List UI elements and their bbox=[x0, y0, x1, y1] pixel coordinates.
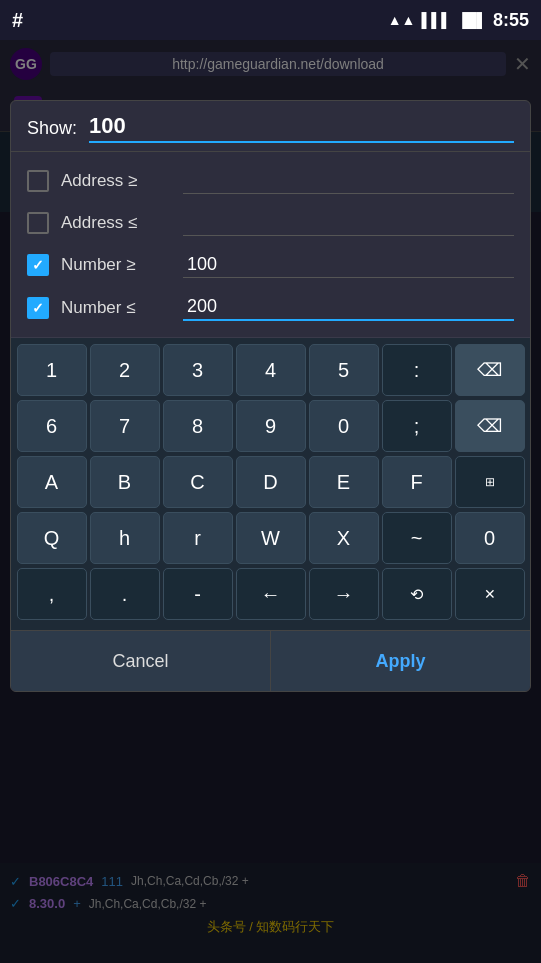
key-9[interactable]: 9 bbox=[236, 400, 306, 452]
key-left-arrow[interactable]: ← bbox=[236, 568, 306, 620]
number-lte-input[interactable] bbox=[183, 294, 514, 321]
key-tilde[interactable]: ~ bbox=[382, 512, 452, 564]
key-grid[interactable]: ⊞ bbox=[455, 456, 525, 508]
number-lte-row: Number ≤ bbox=[27, 286, 514, 329]
key-2[interactable]: 2 bbox=[90, 344, 160, 396]
number-gte-input[interactable] bbox=[183, 252, 514, 278]
key-minus[interactable]: - bbox=[163, 568, 233, 620]
key-zero-2[interactable]: 0 bbox=[455, 512, 525, 564]
key-r[interactable]: r bbox=[163, 512, 233, 564]
address-gte-label: Address ≥ bbox=[61, 171, 171, 191]
signal-icon: ▌▌▌ bbox=[421, 12, 451, 28]
key-backspace-1[interactable]: ⌫ bbox=[455, 344, 525, 396]
key-period[interactable]: . bbox=[90, 568, 160, 620]
address-gte-row: Address ≥ bbox=[27, 160, 514, 202]
address-lte-checkbox[interactable] bbox=[27, 212, 49, 234]
key-B[interactable]: B bbox=[90, 456, 160, 508]
key-3[interactable]: 3 bbox=[163, 344, 233, 396]
key-row-2: 6 7 8 9 0 ; ⌫ bbox=[15, 400, 526, 452]
address-lte-label: Address ≤ bbox=[61, 213, 171, 233]
key-comma[interactable]: , bbox=[17, 568, 87, 620]
key-8[interactable]: 8 bbox=[163, 400, 233, 452]
key-C[interactable]: C bbox=[163, 456, 233, 508]
address-lte-input[interactable] bbox=[183, 210, 514, 236]
key-right-arrow[interactable]: → bbox=[309, 568, 379, 620]
status-left: # bbox=[12, 9, 23, 32]
key-colon[interactable]: : bbox=[382, 344, 452, 396]
number-lte-checkbox[interactable] bbox=[27, 297, 49, 319]
key-backspace-2[interactable]: ⌫ bbox=[455, 400, 525, 452]
key-W[interactable]: W bbox=[236, 512, 306, 564]
key-6[interactable]: 6 bbox=[17, 400, 87, 452]
key-1[interactable]: 1 bbox=[17, 344, 87, 396]
filter-dialog: Show: 100 Address ≥ Address ≤ Number ≥ N… bbox=[10, 100, 531, 692]
key-0[interactable]: 0 bbox=[309, 400, 379, 452]
key-close-x[interactable]: ✕ bbox=[455, 568, 525, 620]
show-label: Show: bbox=[27, 118, 77, 139]
show-row: Show: 100 bbox=[11, 101, 530, 152]
key-semicolon[interactable]: ; bbox=[382, 400, 452, 452]
show-value: 100 bbox=[89, 113, 514, 143]
address-gte-input[interactable] bbox=[183, 168, 514, 194]
address-lte-row: Address ≤ bbox=[27, 202, 514, 244]
number-gte-checkbox[interactable] bbox=[27, 254, 49, 276]
clock: 8:55 bbox=[493, 10, 529, 31]
number-gte-row: Number ≥ bbox=[27, 244, 514, 286]
address-gte-checkbox[interactable] bbox=[27, 170, 49, 192]
number-lte-label: Number ≤ bbox=[61, 298, 171, 318]
status-bar: # ▲▲ ▌▌▌ ▐█▌ 8:55 bbox=[0, 0, 541, 40]
key-row-1: 1 2 3 4 5 : ⌫ bbox=[15, 344, 526, 396]
dialog-buttons: Cancel Apply bbox=[11, 630, 530, 691]
filter-section: Address ≥ Address ≤ Number ≥ Number ≤ bbox=[11, 152, 530, 338]
wifi-icon: ▲▲ bbox=[388, 12, 416, 28]
key-F[interactable]: F bbox=[382, 456, 452, 508]
cancel-button[interactable]: Cancel bbox=[11, 631, 271, 691]
key-history[interactable]: ⟲ bbox=[382, 568, 452, 620]
key-A[interactable]: A bbox=[17, 456, 87, 508]
key-E[interactable]: E bbox=[309, 456, 379, 508]
hash-icon: # bbox=[12, 9, 23, 32]
key-row-3: A B C D E F ⊞ bbox=[15, 456, 526, 508]
status-right: ▲▲ ▌▌▌ ▐█▌ 8:55 bbox=[388, 10, 529, 31]
number-gte-label: Number ≥ bbox=[61, 255, 171, 275]
key-row-4: Q h r W X ~ 0 bbox=[15, 512, 526, 564]
key-h[interactable]: h bbox=[90, 512, 160, 564]
key-row-5: , . - ← → ⟲ ✕ bbox=[15, 568, 526, 620]
key-4[interactable]: 4 bbox=[236, 344, 306, 396]
key-Q[interactable]: Q bbox=[17, 512, 87, 564]
key-7[interactable]: 7 bbox=[90, 400, 160, 452]
key-D[interactable]: D bbox=[236, 456, 306, 508]
key-X[interactable]: X bbox=[309, 512, 379, 564]
battery-icon: ▐█▌ bbox=[457, 12, 487, 28]
apply-button[interactable]: Apply bbox=[271, 631, 530, 691]
key-5[interactable]: 5 bbox=[309, 344, 379, 396]
keyboard: 1 2 3 4 5 : ⌫ 6 7 8 9 0 ; ⌫ A B C D E F … bbox=[11, 338, 530, 630]
